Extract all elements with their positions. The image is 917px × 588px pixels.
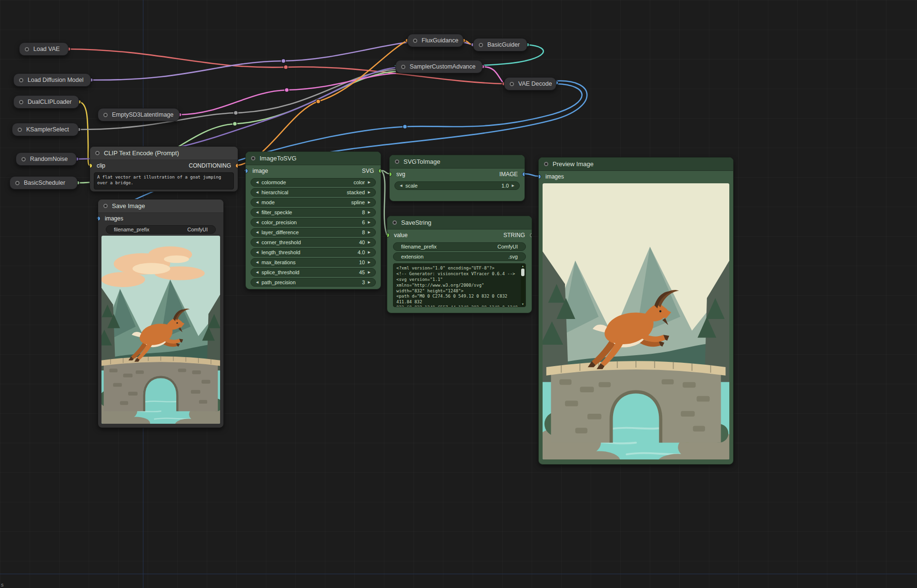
increment-arrow-icon[interactable]: ▶ (366, 190, 372, 194)
decrement-arrow-icon[interactable]: ◀ (254, 250, 260, 254)
node-random-noise[interactable]: RandomNoise (16, 152, 77, 166)
collapse-dot[interactable] (544, 162, 548, 166)
node-header[interactable]: ImageToSVG (246, 152, 381, 165)
collapse-dot[interactable] (19, 100, 23, 104)
scroll-down-icon[interactable]: ▼ (522, 302, 524, 306)
widget-filename-prefix[interactable]: filename_prefix ComfyUI (393, 242, 526, 251)
widget-max-iterations[interactable]: ◀ max_iterations 10 ▶ (251, 258, 376, 267)
node-basic-guider[interactable]: BasicGuider (473, 38, 527, 51)
decrement-arrow-icon[interactable]: ◀ (254, 280, 260, 284)
goat-bridge-image (101, 236, 220, 424)
widget-splice-threshold[interactable]: ◀ splice_threshold 45 ▶ (251, 268, 376, 277)
node-image-to-svg[interactable]: ImageToSVG image SVG ◀ colormode color ▶… (245, 151, 381, 289)
clip-input-slot[interactable] (90, 163, 92, 168)
collapse-dot[interactable] (401, 65, 405, 69)
decrement-arrow-icon[interactable]: ◀ (254, 260, 260, 264)
slot-row: clip CONDITIONING (90, 160, 238, 171)
widget-length-threshold[interactable]: ◀ length_threshold 4.0 ▶ (251, 248, 376, 257)
node-basic-scheduler[interactable]: BasicScheduler (10, 176, 78, 189)
collapse-dot[interactable] (510, 82, 514, 86)
collapse-dot[interactable] (95, 151, 100, 155)
node-svg-to-image[interactable]: SVGToImage svg IMAGE ◀ scale 1.0 ▶ (389, 155, 525, 201)
increment-arrow-icon[interactable]: ▶ (366, 230, 372, 234)
images-input-slot[interactable] (98, 216, 101, 221)
node-load-diffusion-model[interactable]: Load Diffusion Model (13, 73, 91, 87)
widget-color-precision[interactable]: ◀ color_precision 6 ▶ (251, 218, 376, 227)
node-dual-clip-loader[interactable]: DualCLIPLoader (13, 95, 79, 109)
string-output-slot[interactable] (530, 233, 532, 238)
conditioning-output-slot[interactable] (235, 163, 238, 168)
scrollbar-thumb[interactable] (521, 269, 524, 276)
collapse-dot[interactable] (103, 113, 108, 117)
increment-arrow-icon[interactable]: ▶ (366, 220, 372, 224)
collapse-dot[interactable] (15, 181, 20, 185)
node-header[interactable]: SaveString (387, 216, 532, 229)
widget-path-precision[interactable]: ◀ path_precision 3 ▶ (251, 278, 376, 287)
increment-arrow-icon[interactable]: ▶ (366, 210, 372, 214)
node-flux-guidance[interactable]: FluxGuidance (407, 34, 464, 47)
decrement-arrow-icon[interactable]: ◀ (254, 200, 260, 204)
collapse-dot[interactable] (21, 157, 26, 161)
collapse-dot[interactable] (393, 220, 397, 225)
node-load-vae[interactable]: Load VAE (19, 42, 69, 56)
node-preview-image[interactable]: Preview Image images (538, 157, 734, 465)
node-header[interactable]: Save Image (98, 199, 223, 213)
decrement-arrow-icon[interactable]: ◀ (254, 230, 260, 234)
decrement-arrow-icon[interactable]: ◀ (254, 220, 260, 224)
increment-arrow-icon[interactable]: ▶ (366, 240, 372, 244)
widget-extension[interactable]: extension .svg (393, 252, 526, 261)
prompt-text-widget[interactable]: A flat vector art illustration of a goat… (94, 172, 234, 189)
node-vae-decode[interactable]: VAE Decode (504, 77, 556, 90)
increment-arrow-icon[interactable]: ▶ (366, 260, 372, 264)
collapse-dot[interactable] (25, 47, 29, 51)
widget-mode[interactable]: ◀ mode spline ▶ (251, 198, 376, 207)
collapse-dot[interactable] (479, 43, 483, 47)
increment-arrow-icon[interactable]: ▶ (366, 270, 372, 274)
node-save-image[interactable]: Save Image images filename_prefix ComfyU… (98, 199, 224, 428)
collapse-dot[interactable] (395, 159, 399, 164)
image-input-slot[interactable] (245, 169, 248, 173)
collapse-dot[interactable] (251, 156, 255, 160)
increment-arrow-icon[interactable]: ▶ (510, 184, 516, 188)
node-header[interactable]: SVGToImage (390, 155, 524, 169)
increment-arrow-icon[interactable]: ▶ (366, 180, 372, 184)
decrement-arrow-icon[interactable]: ◀ (254, 270, 260, 274)
node-sampler-custom-advance[interactable]: SamplerCustomAdvance (395, 60, 483, 73)
widget-corner-threshold[interactable]: ◀ corner_threshold 40 ▶ (251, 238, 376, 247)
collapse-dot[interactable] (18, 128, 22, 132)
collapse-dot[interactable] (103, 204, 108, 208)
widget-scale[interactable]: ◀ scale 1.0 ▶ (394, 181, 520, 190)
widget-hierarchical[interactable]: ◀ hierarchical stacked ▶ (251, 188, 376, 197)
decrement-arrow-icon[interactable]: ◀ (254, 240, 260, 244)
widget-filter-speckle[interactable]: ◀ filter_speckle 8 ▶ (251, 208, 376, 217)
input-label: images (545, 173, 564, 180)
increment-arrow-icon[interactable]: ▶ (366, 200, 372, 204)
scrollbar[interactable]: ▲ ▼ (521, 264, 525, 306)
widget-layer-difference[interactable]: ◀ layer_difference 8 ▶ (251, 228, 376, 237)
scroll-up-icon[interactable]: ▲ (522, 264, 524, 268)
widget-filename-prefix[interactable]: filename_prefix ComfyUI (106, 225, 216, 234)
value-input-slot[interactable] (387, 233, 390, 238)
decrement-arrow-icon[interactable]: ◀ (254, 190, 260, 194)
svg-output-slot[interactable] (378, 169, 381, 173)
node-ksampler-select[interactable]: KSamplerSelect (12, 123, 79, 136)
node-save-string[interactable]: SaveString value STRING filename_prefix … (387, 216, 532, 313)
node-header[interactable]: CLIP Text Encode (Prompt) (90, 147, 238, 160)
node-empty-sd3-latent-image[interactable]: EmptySD3LatentImage (98, 108, 180, 121)
collapse-dot[interactable] (19, 78, 23, 82)
images-input-slot[interactable] (538, 174, 541, 179)
image-output-slot[interactable] (522, 172, 525, 177)
increment-arrow-icon[interactable]: ▶ (366, 250, 372, 254)
collapse-dot[interactable] (413, 39, 417, 43)
node-clip-text-encode[interactable]: CLIP Text Encode (Prompt) clip CONDITION… (90, 146, 238, 192)
decrement-arrow-icon[interactable]: ◀ (254, 180, 260, 184)
svg-output-textarea[interactable]: <?xml version="1.0" encoding="UTF-8"?> <… (393, 263, 526, 307)
output-label: SVG (362, 168, 374, 174)
input-label: images (105, 215, 123, 222)
decrement-arrow-icon[interactable]: ◀ (398, 184, 404, 188)
widget-colormode[interactable]: ◀ colormode color ▶ (251, 178, 376, 187)
decrement-arrow-icon[interactable]: ◀ (254, 210, 260, 214)
svg-input-slot[interactable] (389, 172, 392, 177)
increment-arrow-icon[interactable]: ▶ (366, 280, 372, 284)
node-header[interactable]: Preview Image (539, 158, 733, 171)
